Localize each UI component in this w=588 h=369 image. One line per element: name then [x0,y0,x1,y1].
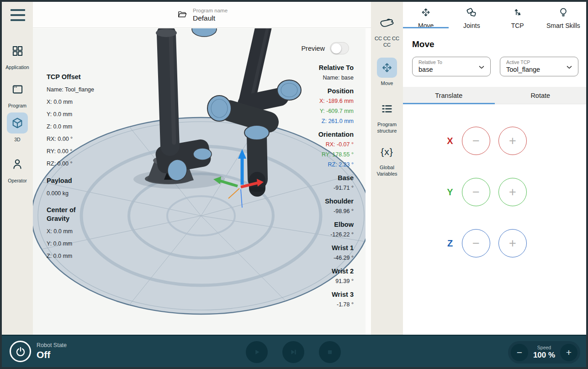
move-panel: Move Joints TCP Smart Skills Move Relati… [403,2,586,335]
transport-controls [246,341,341,363]
robot-3d-viewport[interactable]: Preview TCP Offset Name: Tool_flange X: … [33,28,366,335]
cog-y: Y: 0.0 mm [47,238,94,250]
rail-item-global-variables[interactable]: {x} Global Variables [371,142,403,177]
joint-wrist2-value: 91.39 ° [318,276,354,286]
sidebar-item-program[interactable]: Program [2,79,33,108]
joint-wrist2-label: Wrist 2 [318,267,354,276]
operator-person-icon [7,154,28,175]
payload-title: Payload [47,176,94,185]
tcp-offset-z: Z: 0.0 mm [47,121,94,133]
panel-title: Move [412,39,434,49]
orientation-title: Orientation [318,130,354,139]
robot-state-value: Off [37,349,67,360]
joint-wrist3-value: -1.78 ° [318,299,354,310]
speed-control: − Speed 100 % + [508,341,580,364]
power-button[interactable] [10,341,31,362]
joint-base-label: Base [318,173,354,183]
move-arrows-icon [377,58,397,78]
position-title: Position [318,86,354,96]
cog-title: Center of Gravity [47,206,85,223]
rail-item-label: Program structure [373,122,401,134]
program-name[interactable]: Default [193,14,228,22]
application-grid-icon [7,40,28,61]
sidebar-item-application[interactable]: Application [2,40,33,70]
list-icon [377,99,397,119]
sidebar-item-label: Program [8,103,26,108]
speed-label: Speed [528,345,560,351]
tool-rail: CC CC CC CC Move Program structure {x} G… [371,2,403,335]
jog-row-y: Y − + [403,178,527,206]
subtab-rotate[interactable]: Rotate [495,87,587,104]
tcp-offset-ry: RY: 0.00 ° [47,145,94,158]
orientation-ry: RY: 178.55 ° [318,150,354,160]
joint-base-value: -91.71 ° [318,183,354,193]
sidebar-item-3d[interactable]: 3D [2,112,33,142]
tab-joints[interactable]: Joints [449,2,494,28]
jog-x-minus-button[interactable]: − [462,127,490,155]
dropdown-label: Active TCP [506,59,562,65]
move-arrows-icon [420,7,431,20]
dropdown-value: Tool_flange [506,65,562,74]
freedrive-hand-icon [377,13,397,33]
tcp-offset-rz: RZ: 0.00 ° [47,158,94,170]
tcp-offset-title: TCP Offset [47,72,94,81]
program-name-label: Program name [193,7,228,14]
tcp-axes-icon [512,7,523,20]
folder-icon[interactable] [177,10,187,20]
position-z: Z: 261.0 mm [318,116,354,126]
active-tcp-dropdown[interactable]: Active TCP Tool_flange [500,57,578,76]
jog-z-minus-button[interactable]: − [462,229,490,257]
robot-state: Robot State Off [37,342,67,360]
jog-z-plus-button[interactable]: + [498,229,527,257]
robot-state-label: Robot State [37,342,67,349]
tcp-offset-y: Y: 0.0 mm [47,108,94,121]
jog-axis-y-label: Y [445,187,455,198]
cog-z: Z: 0.0 mm [47,250,94,262]
joint-elbow-label: Elbow [318,220,354,230]
tab-smart-skills[interactable]: Smart Skills [540,2,586,28]
tab-label: TCP [511,22,524,29]
speed-minus-button[interactable]: − [511,344,528,361]
tab-tcp[interactable]: TCP [495,2,540,28]
tab-move[interactable]: Move [403,2,449,28]
joint-wrist1-label: Wrist 1 [318,243,354,253]
joint-shoulder-value: -98.96 ° [318,206,354,216]
panel-tabs: Move Joints TCP Smart Skills [403,2,586,28]
skip-forward-button[interactable] [282,341,304,363]
hamburger-menu-icon[interactable] [11,9,25,21]
tab-label: Joints [463,22,480,29]
subtab-translate[interactable]: Translate [403,87,495,104]
play-icon [252,347,262,357]
cog-x: X: 0.0 mm [47,225,94,238]
orientation-rx: RX: -0.07 ° [318,139,354,150]
speed-readout: Speed 100 % [528,345,560,360]
main-sidebar: Application Program 3D Operator [2,2,33,335]
stop-button[interactable] [319,341,341,363]
tcp-offset-name: Name: Tool_flange [47,84,94,96]
program-header: Program name Default [33,2,371,28]
dropdown-label: Relative To [418,59,475,65]
speed-plus-button[interactable]: + [560,344,577,361]
rail-item-program-structure[interactable]: Program structure [371,99,403,134]
relative-to-name: Name: base [318,73,354,83]
sidebar-item-operator[interactable]: Operator [2,154,33,183]
jog-y-minus-button[interactable]: − [462,178,490,206]
rail-item-freedrive[interactable]: CC CC CC CC [371,13,403,48]
relative-to-title: Relative To [318,63,354,73]
rail-item-label: Global Variables [373,165,401,177]
jog-row-x: X − + [403,127,527,155]
sidebar-item-label: Application [5,64,29,70]
rail-item-label: Move [373,80,401,87]
tcp-info-overlay: TCP Offset Name: Tool_flange X: 0.0 mm Y… [47,72,94,262]
program-window-icon [7,79,28,100]
jog-y-plus-button[interactable]: + [498,178,527,206]
joint-wrist1-value: -46.29 ° [318,253,354,263]
preview-toggle[interactable] [330,42,349,54]
tab-label: Smart Skills [546,22,580,29]
center-panel: Program name Default [33,2,371,335]
relative-to-dropdown[interactable]: Relative To base [412,57,491,76]
play-button[interactable] [246,341,268,363]
rail-item-move[interactable]: Move [371,58,403,87]
joint-wrist3-label: Wrist 3 [318,290,354,299]
jog-x-plus-button[interactable]: + [498,127,527,155]
